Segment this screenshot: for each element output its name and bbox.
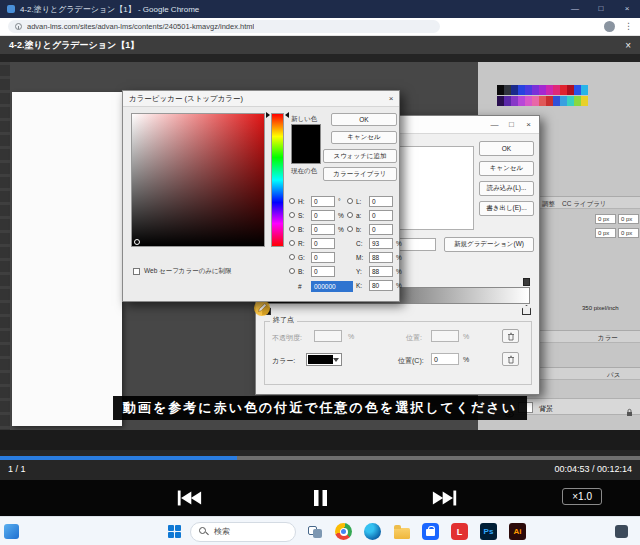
prop-field[interactable]: 0 px bbox=[595, 228, 616, 238]
color-picker-close-icon[interactable]: × bbox=[383, 91, 399, 107]
gradient-swatch[interactable] bbox=[504, 96, 511, 106]
gradient-swatch[interactable] bbox=[581, 85, 588, 95]
s-input[interactable]: 0 bbox=[311, 210, 335, 221]
dialog-close-icon[interactable]: × bbox=[520, 116, 537, 134]
saturation-brightness-field[interactable] bbox=[131, 113, 265, 247]
radio-b[interactable] bbox=[289, 226, 295, 232]
gradient-swatch[interactable] bbox=[511, 96, 518, 106]
pause-button[interactable] bbox=[303, 488, 337, 508]
tray-icon[interactable] bbox=[615, 525, 628, 538]
gradient-swatch[interactable] bbox=[567, 85, 574, 95]
opacity-stop-right[interactable] bbox=[523, 278, 530, 286]
gradient-swatch[interactable] bbox=[574, 85, 581, 95]
browser-menu-icon[interactable]: ⋮ bbox=[624, 21, 633, 32]
c-input[interactable]: 93 bbox=[369, 238, 393, 249]
video-player[interactable]: 調整 CC ライブラリ 0 px 0 px 0 px 0 px 350 pixe… bbox=[0, 54, 640, 450]
radio-a[interactable] bbox=[347, 212, 353, 218]
g-input[interactable]: 0 bbox=[311, 252, 335, 263]
gradient-ok-button[interactable]: OK bbox=[479, 141, 534, 156]
start-button[interactable] bbox=[168, 525, 182, 539]
add-to-swatch-button[interactable]: スウォッチに追加 bbox=[323, 149, 397, 163]
gradient-swatch[interactable] bbox=[546, 85, 553, 95]
picker-ok-button[interactable]: OK bbox=[331, 113, 397, 126]
color-library-button[interactable]: カラーライブラリ bbox=[323, 167, 397, 181]
y-input[interactable]: 88 bbox=[369, 266, 393, 277]
prop-field[interactable]: 0 px bbox=[618, 214, 639, 224]
stop-color-swatch[interactable] bbox=[306, 353, 342, 366]
color-field-marker[interactable] bbox=[134, 239, 140, 245]
delete-opacity-stop-button[interactable] bbox=[502, 329, 519, 343]
gradient-swatch[interactable] bbox=[553, 96, 560, 106]
gradient-swatch[interactable] bbox=[539, 96, 546, 106]
radio-lab-b[interactable] bbox=[347, 226, 353, 232]
photoshop-icon[interactable]: Ps bbox=[478, 521, 499, 542]
gradient-swatch[interactable] bbox=[567, 96, 574, 106]
gradient-swatch[interactable] bbox=[511, 85, 518, 95]
minimize-button[interactable]: — bbox=[562, 0, 588, 18]
gradient-export-button[interactable]: 書き出し(E)... bbox=[479, 201, 534, 216]
radio-b2[interactable] bbox=[289, 268, 295, 274]
chrome-icon[interactable] bbox=[333, 521, 354, 542]
taskbar-search[interactable]: 検索 bbox=[190, 522, 296, 542]
h-input[interactable]: 0 bbox=[311, 196, 335, 207]
color-stop-right[interactable] bbox=[522, 305, 531, 315]
gradient-swatch[interactable] bbox=[525, 85, 532, 95]
websafe-checkbox-row[interactable]: Web セーフカラーのみに制限 bbox=[133, 267, 232, 276]
lesson-close-button[interactable]: × bbox=[625, 40, 631, 51]
gradient-swatch[interactable] bbox=[560, 85, 567, 95]
task-view-icon[interactable] bbox=[304, 521, 325, 542]
gradient-swatch[interactable] bbox=[532, 96, 539, 106]
address-field[interactable]: advan-lms.com/sites/advan-lms/contents/2… bbox=[8, 20, 440, 33]
l-app-icon[interactable]: L bbox=[449, 521, 470, 542]
m-input[interactable]: 88 bbox=[369, 252, 393, 263]
gradient-swatch[interactable] bbox=[581, 96, 588, 106]
gradient-swatch[interactable] bbox=[532, 85, 539, 95]
panel-tab-color[interactable]: カラー bbox=[598, 334, 618, 343]
gradient-cancel-button[interactable]: キャンセル bbox=[479, 161, 534, 176]
picker-cancel-button[interactable]: キャンセル bbox=[331, 131, 397, 144]
maximize-button[interactable]: □ bbox=[588, 0, 614, 18]
prop-field[interactable]: 0 px bbox=[595, 214, 616, 224]
websafe-checkbox[interactable] bbox=[133, 268, 140, 275]
b2-input[interactable]: 0 bbox=[311, 266, 335, 277]
dialog-minimize-icon[interactable]: — bbox=[486, 116, 503, 134]
radio-r[interactable] bbox=[289, 240, 295, 246]
gradient-swatch[interactable] bbox=[504, 85, 511, 95]
delete-color-stop-button[interactable] bbox=[502, 352, 519, 366]
panel-tab-adjustments[interactable]: 調整 bbox=[542, 200, 555, 209]
radio-s[interactable] bbox=[289, 212, 295, 218]
position-input[interactable] bbox=[431, 330, 459, 342]
new-gradient-button[interactable]: 新規グラデーション(W) bbox=[444, 237, 534, 252]
next-button[interactable] bbox=[428, 488, 462, 508]
a-input[interactable]: 0 bbox=[369, 210, 393, 221]
r-input[interactable]: 0 bbox=[311, 238, 335, 249]
gradient-swatch[interactable] bbox=[539, 85, 546, 95]
panel-tab-paths[interactable]: パス bbox=[607, 371, 620, 380]
gradient-swatch[interactable] bbox=[497, 85, 504, 95]
radio-g[interactable] bbox=[289, 254, 295, 260]
radio-l[interactable] bbox=[347, 198, 353, 204]
radio-h[interactable] bbox=[289, 198, 295, 204]
lab-b-input[interactable]: 0 bbox=[369, 224, 393, 235]
gradient-swatch[interactable] bbox=[574, 96, 581, 106]
widgets-icon[interactable] bbox=[4, 524, 19, 539]
dialog-maximize-icon[interactable]: □ bbox=[503, 116, 520, 134]
store-icon[interactable] bbox=[420, 521, 441, 542]
site-info-icon[interactable] bbox=[15, 23, 22, 30]
prop-field[interactable]: 0 px bbox=[618, 228, 639, 238]
opacity-input[interactable] bbox=[314, 330, 342, 342]
hue-slider-arrow-right[interactable] bbox=[285, 112, 289, 118]
playback-speed-button[interactable]: ×1.0 bbox=[562, 488, 602, 505]
close-button[interactable]: × bbox=[614, 0, 640, 18]
gradient-swatch[interactable] bbox=[497, 96, 504, 106]
gradient-swatch[interactable] bbox=[518, 96, 525, 106]
gradient-swatch[interactable] bbox=[518, 85, 525, 95]
gradient-swatch[interactable] bbox=[560, 96, 567, 106]
illustrator-icon[interactable]: Ai bbox=[507, 521, 528, 542]
gradient-load-button[interactable]: 読み込み(L)... bbox=[479, 181, 534, 196]
edge-icon[interactable] bbox=[362, 521, 383, 542]
l-input[interactable]: 0 bbox=[369, 196, 393, 207]
gradient-swatch[interactable] bbox=[553, 85, 560, 95]
hue-slider-arrow-left[interactable] bbox=[266, 112, 270, 118]
previous-button[interactable] bbox=[172, 488, 206, 508]
